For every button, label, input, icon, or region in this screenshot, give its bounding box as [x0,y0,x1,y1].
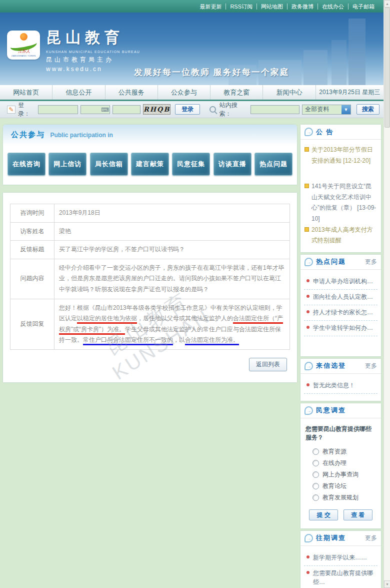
poll-submit-button[interactable]: 提 交 [309,509,338,520]
topbar-link-rss[interactable]: RSS订阅 [226,4,256,10]
hot-issues-more-link[interactable]: 更多 [365,258,377,266]
reply-blue-underline: 合法固定住所为准。 [185,336,239,345]
letters-panel: → 来信选登 更多 暂无此类信息！ [300,359,381,401]
poll-option[interactable]: 教育资源 [300,446,381,457]
page: 最新更新 RSS订阅 网站地图 政务微博 在线办公 电子邮箱 江苏人 JIANG… [0,0,390,588]
list-item: 暂无此类信息！ [304,378,378,394]
nav-item-public-service[interactable]: 公共服务 [105,85,158,100]
table-row: 访客姓名 梁艳 [10,222,290,241]
search-category-value: 全部资料 [305,105,329,114]
list-item[interactable]: 关于2013年部分节假日安排的通知 [12-12-20] [304,145,377,166]
login-button[interactable]: 登录 [175,104,200,115]
site-title-english: KUNSHAN MUNICIPAL EDUCATION BUREAU [46,50,140,54]
nav-item-education-window[interactable]: 教育之窗 [210,85,262,100]
radio-button[interactable] [312,448,319,455]
list-item[interactable]: 持人才绿卡的家长怎… [304,305,378,321]
radio-button[interactable] [312,471,319,478]
captcha-image[interactable]: RHQB [143,104,170,115]
radio-button[interactable] [312,460,319,466]
topbar-link-sitemap[interactable]: 网站地图 [256,4,287,10]
topbar-link-weibo[interactable]: 政务微博 [287,4,318,10]
bullet-icon [306,295,310,298]
scrollbar-down-icon[interactable]: ▼ [384,580,390,588]
scrollbar[interactable]: ▲ ▼ [384,0,390,588]
scrollbar-up-icon[interactable]: ▲ [384,0,390,8]
announcement-text: 2013年成人高考支付方式特别提醒 [312,225,377,246]
past-polls-more-link[interactable]: 更多 [365,534,377,542]
site-search-label: 站内搜索： [220,101,248,118]
site-title: 昆山教育 [46,28,140,48]
interview-live-button[interactable]: 访谈直播 [214,153,252,176]
hot-issues-title: 热点问题 [316,257,365,266]
site-search-input[interactable] [250,105,300,114]
online-petition-button[interactable]: 网上信访 [48,153,86,176]
past-polls-panel: → 往期调查 更多 新学期开学以来…… 您需要昆山教育提供哪些… [300,531,381,588]
site-logo[interactable]: 江苏人 JIANGSHANG YUREN [7,31,40,60]
topbar-link-email[interactable]: 电子邮箱 [348,4,378,10]
letters-header: → 来信选登 更多 [300,359,381,374]
list-item[interactable]: 141号关于同意设立“昆山天赋文化艺术培训中心”的批复（章） [13-09-10… [304,181,377,224]
topbar-link-online-office[interactable]: 在线办公 [318,4,348,10]
consultation-detail-panel: 咨询时间 2013年9月18日 访客姓名 梁艳 反馈标题 买了葛江中学的学区房，… [3,193,297,382]
announcements-list: 关于2013年部分节假日安排的通知 [12-12-20] 141号关于同意设立“… [300,140,381,252]
nav-item-info-disclosure[interactable]: 信息公开 [52,85,104,100]
bullet-icon [306,383,310,386]
login-captcha-input[interactable] [112,105,140,114]
keyboard-icon[interactable]: ⌨ [101,106,109,113]
list-item[interactable]: 新学期开学以来…… [304,550,378,566]
poll-option[interactable]: 教育论坛 [300,480,381,492]
online-consult-button[interactable]: 在线咨询 [8,153,46,176]
back-to-list-button[interactable]: 返回列表 [249,358,287,371]
section-title: 公共参与 [11,130,45,139]
bullet-icon [306,326,310,329]
login-username-input[interactable] [38,105,78,114]
chevron-down-icon[interactable]: ▼ [342,105,350,114]
reply-text: ，居住地以父母或其他法定监护人的 [137,315,233,322]
nav-item-news-center[interactable]: 新闻中心 [262,85,315,100]
poll-header: → 民意调查 [300,403,381,418]
director-mailbox-button[interactable]: 局长信箱 [90,153,128,176]
search-category-select[interactable]: 全部资料 ▼ [302,105,351,115]
row-label: 反馈回复 [10,299,54,349]
bullet-icon [306,279,310,282]
hot-issues-list: 申请人举办培训机构… 面向社会人员认定教… 持人才绿卡的家长怎… 学生中途转学如… [300,270,381,356]
list-item[interactable]: 面向社会人员认定教… [304,290,378,305]
site-url: www.ksedu.cn [46,66,140,73]
opinion-collection-button[interactable]: 民意征集 [172,153,210,176]
login-id-field-wrap: ⌨ [80,105,110,114]
logo-caption: JIANGSHANG YUREN [9,55,38,57]
list-item[interactable]: 申请人举办培训机构… [304,274,378,290]
list-item[interactable]: 2013年成人高考支付方式特别提醒 [304,225,377,246]
poll-panel: → 民意调查 您需要昆山教育提供哪些服务？ 教育资源 在线办理 网上办事查询 教… [300,403,381,528]
poll-option[interactable]: 网上办事查询 [300,469,381,480]
suggestions-button[interactable]: 建言献策 [131,153,169,176]
table-row: 反馈标题 买了葛江中学的学区房，不签户口可以读书吗？ [10,241,290,259]
radio-button[interactable] [312,483,319,489]
nav-item-public-participation[interactable]: 公众参与 [158,85,210,100]
search-button[interactable]: 搜索 [356,104,380,115]
table-row: 问题内容 经中介介绍看中了一套交运小区的房子，房东的孩子在在葛江中学就读，还有1… [10,259,290,299]
radio-button[interactable] [312,494,319,501]
scrollbar-thumb[interactable] [384,8,390,128]
nav-item-home[interactable]: 网站首页 [0,85,52,100]
poll-option[interactable]: 在线办理 [300,457,381,469]
list-item[interactable]: 学生中途转学如何办… [304,321,378,336]
poll-view-button[interactable]: 查 看 [344,509,372,520]
sidebar: → 公 告 关于2013年部分节假日安排的通知 [12-12-20] 141号关… [300,125,381,588]
list-item[interactable]: 您需要昆山教育提供哪些… [304,566,378,588]
question-content-value: 经中介介绍看中了一套交运小区的房子，房东的孩子在在葛江中学就读，还有1年才毕业，… [54,259,290,299]
site-slogan: 发展好每一位教师 服务好每一个家庭 [134,67,290,78]
note-icon [304,147,309,152]
letters-title: 来信选登 [316,361,365,370]
letters-more-link[interactable]: 更多 [365,362,377,370]
logo-calligraphy: 江苏人 [18,49,30,54]
note-icon [304,184,309,188]
announcements-header: → 公 告 [300,125,381,140]
hot-issues-button[interactable]: 热点问题 [254,153,292,176]
bullet-icon [306,310,310,313]
hot-issues-panel: → 热点问题 更多 申请人举办培训机构… 面向社会人员认定教… 持人才绿卡的家长… [300,255,381,356]
topbar-link-latest[interactable]: 最新更新 [196,4,226,10]
note-icon [304,227,309,232]
bullet-icon [306,571,310,574]
poll-option[interactable]: 教育发展规划 [300,492,381,503]
